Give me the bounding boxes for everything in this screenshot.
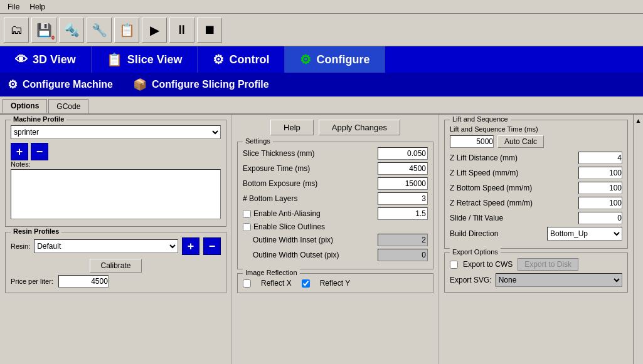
tool1-button[interactable]: 🔩	[59, 18, 84, 43]
antialiasing-checkbox[interactable]	[243, 210, 251, 218]
slice-thickness-input[interactable]	[378, 147, 428, 160]
z-retract-speed-input[interactable]	[578, 197, 622, 209]
z-lift-speed-row: Z Lift Speed (mm/m)	[450, 167, 622, 179]
stop-button[interactable]: ⏹	[197, 18, 222, 43]
z-lift-distance-input[interactable]	[578, 152, 622, 164]
svg-select[interactable]: None	[496, 273, 622, 287]
export-cws-checkbox[interactable]	[450, 261, 458, 269]
z-bottom-speed-label: Z Bottom Speed (mm/m)	[450, 184, 578, 192]
export-disk-button: Export to Disk	[518, 258, 578, 271]
exposure-time-row: Exposure Time (ms)	[243, 162, 428, 175]
save-button[interactable]: 💾0	[31, 18, 56, 43]
svg-row: Export SVG: None	[450, 273, 622, 287]
auto-calc-button[interactable]: Auto Calc	[497, 135, 544, 148]
pause-button[interactable]: ⏸	[169, 18, 194, 43]
remove-profile-button[interactable]: −	[31, 143, 48, 160]
exposure-time-label: Exposure Time (ms)	[243, 164, 378, 173]
bottom-layers-input[interactable]	[378, 192, 428, 205]
machine-profile-select[interactable]: sprinter	[11, 125, 221, 139]
tab-3dview[interactable]: 👁 3D View	[0, 46, 92, 73]
exposure-time-input[interactable]	[378, 162, 428, 175]
add-profile-button[interactable]: +	[11, 143, 28, 160]
outline-inset-input[interactable]	[378, 234, 428, 246]
add-resin-button[interactable]: +	[182, 237, 199, 255]
configure-slicing-item[interactable]: 📦 Configure Slicing Profile	[133, 78, 269, 91]
configure-slicing-label: Configure Slicing Profile	[152, 79, 269, 90]
menu-help[interactable]: Help	[24, 1, 50, 13]
export-options-row: Export to CWS Export to Disk	[450, 258, 622, 271]
reflect-x-checkbox[interactable]	[243, 279, 251, 288]
layers-button[interactable]: 📋	[114, 18, 139, 43]
antialiasing-label: Enable Anti-Aliasing	[253, 209, 321, 218]
z-lift-speed-input[interactable]	[578, 167, 622, 179]
tab-options[interactable]: Options	[3, 99, 47, 113]
build-direction-select[interactable]: Bottom_Up Top_Down	[547, 227, 622, 241]
slide-tilt-label: Slide / Tilt Value	[450, 214, 578, 222]
sub-header: ⚙ Configure Machine 📦 Configure Slicing …	[0, 73, 643, 96]
z-lift-distance-label: Z Lift Distance (mm)	[450, 153, 578, 162]
price-input[interactable]	[58, 275, 109, 288]
bottom-exposure-input[interactable]	[378, 177, 428, 190]
tab-configure-label: Configure	[316, 53, 369, 66]
tab-configure[interactable]: ⚙ Configure	[285, 46, 385, 73]
z-bottom-speed-input[interactable]	[578, 182, 622, 194]
z-retract-speed-label: Z Retract Speed (mm/m)	[450, 199, 578, 207]
notes-label: Notes:	[11, 160, 221, 168]
left-panel: Machine Profile sprinter + − Notes: Resi…	[0, 115, 232, 364]
outlines-checkbox[interactable]	[243, 223, 251, 231]
configure-machine-icon: ⚙	[8, 78, 18, 91]
tab-gcode[interactable]: GCode	[48, 99, 88, 113]
image-reflection-label: Image Reflection	[243, 269, 300, 276]
open-button[interactable]: 🗂	[4, 18, 29, 43]
configure-machine-item[interactable]: ⚙ Configure Machine	[8, 78, 113, 91]
tab-control[interactable]: ⚙ Control	[198, 46, 285, 73]
svg-label: Export SVG:	[450, 276, 492, 284]
tab-sliceview[interactable]: 📋 Slice View	[92, 46, 198, 73]
configure-icon: ⚙	[300, 52, 311, 67]
tab-control-label: Control	[229, 53, 269, 66]
export-cws-label: Export to CWS	[463, 260, 513, 269]
slice-thickness-row: Slice Thickness (mm)	[243, 147, 428, 160]
calibrate-button[interactable]: Calibrate	[90, 259, 141, 273]
add-remove-row: + −	[11, 143, 221, 160]
tool2-button[interactable]: 🔧	[87, 18, 112, 43]
outline-outset-input[interactable]	[378, 249, 428, 261]
apply-changes-button[interactable]: Apply Changes	[319, 120, 400, 135]
slice-thickness-label: Slice Thickness (mm)	[243, 149, 378, 158]
lift-time-row: Auto Calc	[450, 135, 622, 148]
eye-icon: 👁	[15, 53, 28, 67]
play-button[interactable]: ▶	[142, 18, 167, 43]
profile-select-row: sprinter	[11, 125, 221, 139]
slide-tilt-input[interactable]	[578, 212, 622, 224]
resin-profiles-group: Resin Profiles Resin: Default + − Calibr…	[5, 232, 226, 293]
machine-profile-group: Machine Profile sprinter + − Notes:	[5, 120, 226, 227]
configure-machine-label: Configure Machine	[23, 79, 113, 90]
lift-label: Lift and Sequence	[450, 115, 511, 123]
z-lift-speed-label: Z Lift Speed (mm/m)	[450, 169, 578, 177]
reflect-y-checkbox[interactable]	[302, 279, 310, 288]
remove-resin-button[interactable]: −	[203, 237, 221, 255]
slice-icon: 📋	[107, 52, 122, 67]
help-button[interactable]: Help	[270, 120, 314, 135]
nav-tabs: 👁 3D View 📋 Slice View ⚙ Control ⚙ Confi…	[0, 46, 643, 73]
outline-outset-label: Outline Width Outset (pix)	[253, 251, 378, 259]
toolbar: 🗂 💾0 🔩 🔧 📋 ▶ ⏸ ⏹	[0, 14, 643, 46]
build-direction-row: Build Direction Bottom_Up Top_Down	[450, 227, 622, 241]
antialiasing-row: Enable Anti-Aliasing	[243, 207, 428, 220]
antialiasing-value-input[interactable]	[378, 207, 428, 220]
outlines-row: Enable Slice Outlines	[243, 222, 428, 231]
price-row: Price per liter:	[11, 275, 221, 288]
lift-time-input[interactable]	[450, 135, 494, 148]
machine-profile-label: Machine Profile	[11, 115, 66, 123]
menu-file[interactable]: File	[3, 1, 24, 13]
reflect-row: Reflect X Reflect Y	[243, 279, 428, 288]
z-bottom-speed-row: Z Bottom Speed (mm/m)	[450, 182, 622, 194]
notes-textarea[interactable]	[11, 169, 221, 219]
resin-select[interactable]: Default	[34, 239, 178, 253]
slide-tilt-row: Slide / Tilt Value	[450, 212, 622, 224]
scroll-tab[interactable]: ▲	[633, 115, 643, 364]
bottom-layers-row: # Bottom Layers	[243, 192, 428, 205]
z-lift-distance-row: Z Lift Distance (mm)	[450, 152, 622, 164]
resin-row: Resin: Default + −	[11, 237, 221, 255]
reflect-x-label: Reflect X	[261, 279, 292, 288]
